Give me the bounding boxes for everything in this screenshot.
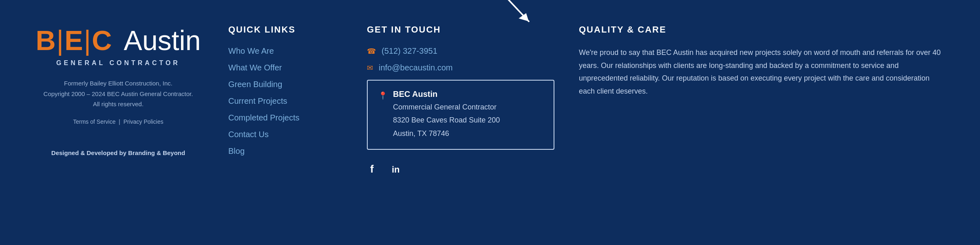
svg-marker-1: [519, 13, 529, 21]
link-what-we-offer[interactable]: What We Offer: [228, 63, 342, 72]
social-links: f in: [367, 161, 554, 176]
email-address: info@becaustin.com: [379, 63, 453, 72]
quick-links-column: QUICK LINKS Who We Are What We Offer Gre…: [228, 20, 342, 163]
privacy-link[interactable]: Privacy Policies: [124, 118, 163, 125]
location-icon: 📍: [378, 91, 387, 100]
link-green-building[interactable]: Green Building: [228, 80, 342, 89]
link-blog[interactable]: Blog: [228, 147, 342, 156]
address-type: Commercial General Contractor: [393, 101, 500, 114]
link-who-we-are[interactable]: Who We Are: [228, 46, 342, 56]
brand-column: B | E | C Austin GENERAL CONTRACTOR Form…: [33, 20, 204, 156]
link-completed-projects[interactable]: Completed Projects: [228, 113, 342, 122]
linkedin-link[interactable]: in: [391, 161, 406, 176]
logo-b: B: [35, 24, 55, 56]
address-name: BEC Austin: [393, 90, 500, 99]
link-current-projects[interactable]: Current Projects: [228, 96, 342, 106]
logo: B | E | C Austin: [35, 24, 201, 56]
address-street: 8320 Bee Caves Road Suite 200: [393, 114, 500, 127]
linkedin-icon: in: [392, 163, 406, 174]
logo-sep-1: |: [57, 24, 64, 56]
terms-link[interactable]: Terms of Service: [73, 118, 115, 125]
facebook-icon: f: [369, 163, 380, 174]
brand-tagline: Formerly Bailey Elliott Construction, In…: [44, 78, 193, 109]
address-box: 📍 BEC Austin Commercial General Contract…: [367, 80, 554, 150]
logo-sep-2: |: [84, 24, 91, 56]
logo-c: C: [92, 24, 112, 56]
link-contact-us[interactable]: Contact Us: [228, 130, 342, 139]
contact-column: GET IN TOUCH ☎ (512) 327-3951 ✉ info@bec…: [367, 20, 554, 176]
phone-number: (512) 327-3951: [382, 46, 437, 56]
brand-developed: Designed & Developed by Branding & Beyon…: [51, 149, 185, 156]
phone-icon: ☎: [367, 47, 376, 56]
address-city: Austin, TX 78746: [393, 127, 500, 140]
logo-e: E: [64, 24, 83, 56]
quality-column: QUALITY & CARE We're proud to say that B…: [579, 20, 947, 98]
svg-text:f: f: [370, 163, 374, 174]
quick-links-title: QUICK LINKS: [228, 24, 342, 35]
brand-links: Terms of Service | Privacy Policies: [73, 118, 163, 125]
quality-text: We're proud to say that BEC Austin has a…: [579, 46, 947, 98]
phone-item: ☎ (512) 327-3951: [367, 46, 554, 56]
quality-title: QUALITY & CARE: [579, 24, 947, 35]
logo-austin-text: Austin: [117, 24, 201, 56]
email-item: ✉ info@becaustin.com: [367, 63, 554, 72]
footer: B | E | C Austin GENERAL CONTRACTOR Form…: [0, 0, 980, 245]
logo-subtitle: GENERAL CONTRACTOR: [56, 59, 180, 67]
facebook-link[interactable]: f: [367, 161, 382, 176]
svg-text:in: in: [392, 164, 400, 174]
arrow-annotation: [493, 0, 538, 33]
email-icon: ✉: [367, 63, 373, 72]
address-row: 📍 BEC Austin Commercial General Contract…: [378, 90, 543, 140]
